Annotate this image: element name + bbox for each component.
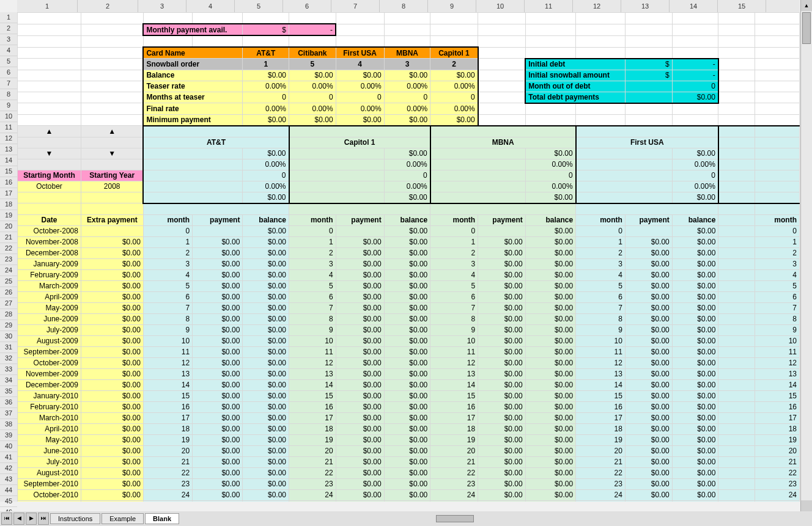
cell[interactable]: $0.00 [81, 335, 143, 346]
cell[interactable]: 24 [430, 489, 478, 500]
col-header[interactable]: 12 [573, 0, 621, 12]
cell[interactable]: 18 [755, 423, 800, 434]
cell[interactable]: $0.00 [672, 379, 718, 390]
cell[interactable]: 25 [430, 500, 478, 502]
cell[interactable] [718, 103, 755, 115]
cell[interactable] [755, 203, 800, 215]
cell[interactable]: $0.00 [625, 445, 672, 456]
cell[interactable]: $0.00 [478, 269, 526, 280]
cell[interactable]: 12 [143, 357, 192, 368]
cell[interactable]: 12 [755, 357, 800, 368]
cell[interactable]: $0.00 [625, 478, 672, 489]
cell[interactable]: 21 [143, 456, 192, 467]
cell[interactable]: $0.00 [478, 379, 526, 390]
cell[interactable]: $0.00 [478, 291, 526, 302]
cell[interactable]: $0.00 [384, 379, 430, 390]
cell[interactable]: 21 [430, 456, 478, 467]
cell[interactable]: 0 [525, 170, 575, 181]
cell[interactable]: $0.00 [384, 335, 430, 346]
cell[interactable]: $0.00 [625, 258, 672, 269]
cell[interactable]: 7 [576, 302, 626, 313]
cell[interactable]: $0.00 [672, 368, 718, 379]
cell[interactable] [718, 192, 755, 203]
cell[interactable]: $0.00 [478, 324, 526, 335]
cell[interactable] [755, 47, 800, 59]
cell[interactable]: 23 [576, 478, 626, 489]
cell[interactable]: $0.00 [81, 445, 143, 456]
cell[interactable]: $0.00 [336, 291, 384, 302]
cell[interactable]: $0.00 [336, 114, 384, 126]
cell[interactable]: $0.00 [525, 478, 575, 489]
cell[interactable] [193, 35, 243, 47]
cell[interactable]: payment [193, 214, 243, 225]
cell[interactable]: $0.00 [478, 500, 526, 502]
cell[interactable] [718, 114, 755, 126]
cell[interactable] [143, 35, 192, 47]
cell[interactable]: 0.00% [243, 181, 289, 192]
col-header[interactable]: 6 [283, 0, 331, 12]
cell[interactable]: $0.00 [243, 357, 289, 368]
cell[interactable] [718, 203, 755, 215]
col-header[interactable]: 14 [670, 0, 718, 12]
cell[interactable]: 23 [430, 478, 478, 489]
cell[interactable] [718, 302, 755, 313]
cell[interactable]: October-2009 [18, 357, 81, 368]
cell[interactable] [718, 379, 755, 390]
cell[interactable]: $0.00 [525, 225, 575, 236]
cell[interactable] [755, 92, 800, 103]
cell[interactable]: $0.00 [672, 401, 718, 412]
cell[interactable] [143, 148, 243, 159]
cell[interactable]: 14 [143, 379, 192, 390]
cell[interactable] [718, 70, 755, 81]
cell[interactable]: $0.00 [478, 423, 526, 434]
scroll-thumb[interactable] [802, 12, 811, 44]
cell[interactable] [576, 148, 673, 159]
cell[interactable]: $0.00 [525, 423, 575, 434]
cell[interactable] [430, 159, 525, 170]
cell[interactable]: $0.00 [384, 489, 430, 500]
cell[interactable]: 0.00% [243, 159, 289, 170]
cell[interactable]: 0.00% [336, 103, 384, 115]
cell[interactable] [430, 148, 525, 159]
cell[interactable]: 8 [143, 313, 192, 324]
cell[interactable]: $0.00 [193, 445, 243, 456]
cell[interactable]: $0.00 [193, 280, 243, 291]
cell[interactable] [18, 13, 81, 24]
cell[interactable] [81, 13, 143, 24]
cell[interactable]: August-2010 [18, 467, 81, 478]
cell[interactable]: January-2009 [18, 258, 81, 269]
cell[interactable]: 9 [289, 324, 336, 335]
cell[interactable] [143, 126, 289, 137]
cell[interactable]: 10 [755, 335, 800, 346]
cell[interactable]: $0.00 [525, 236, 575, 247]
cell[interactable]: balance [243, 214, 289, 225]
cell[interactable]: 6 [143, 291, 192, 302]
tab-nav-next[interactable]: ▶ [26, 513, 37, 525]
cell[interactable] [384, 13, 430, 24]
row-header[interactable]: 30 [0, 331, 17, 342]
cell[interactable]: month [289, 214, 336, 225]
cell[interactable]: 1 [755, 236, 800, 247]
cell[interactable]: $0.00 [336, 379, 384, 390]
cell[interactable]: $0.00 [193, 423, 243, 434]
cell[interactable]: 10 [430, 335, 478, 346]
cell[interactable]: Monthly payment avail. [143, 24, 243, 35]
cell[interactable]: 2008 [81, 181, 143, 192]
cell[interactable]: 0 [384, 92, 430, 103]
cell[interactable]: balance [525, 214, 575, 225]
cell[interactable]: $0.00 [625, 247, 672, 258]
cell[interactable]: Initial snowball amount [525, 70, 625, 81]
cell[interactable] [718, 236, 755, 247]
cell[interactable]: 22 [755, 467, 800, 478]
cell[interactable] [81, 203, 143, 215]
cell[interactable]: 5 [576, 280, 626, 291]
cell[interactable] [755, 103, 800, 115]
cell[interactable]: $0.00 [672, 269, 718, 280]
cell[interactable]: $0.00 [81, 456, 143, 467]
cell[interactable]: 21 [576, 456, 626, 467]
cell[interactable]: 10 [576, 335, 626, 346]
cell[interactable]: 17 [430, 412, 478, 423]
cell[interactable]: 0.00% [525, 181, 575, 192]
cell[interactable] [336, 13, 384, 24]
cell[interactable] [718, 324, 755, 335]
